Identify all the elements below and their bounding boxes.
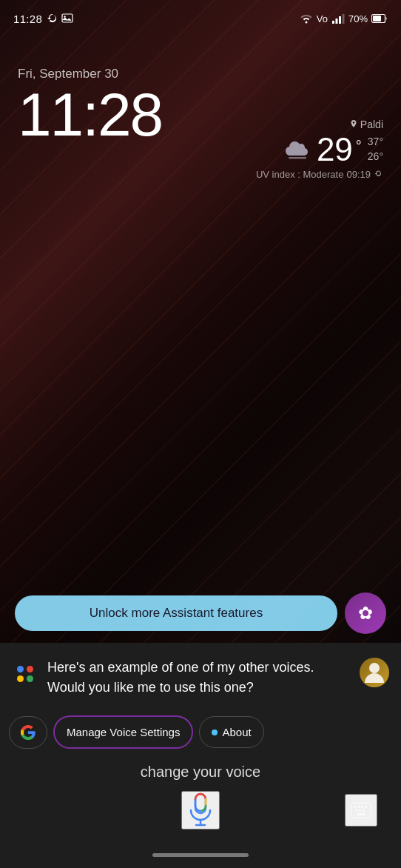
svg-rect-17 [361, 806, 363, 808]
sync-icon [47, 13, 58, 24]
google-g-icon [20, 724, 36, 741]
google-button[interactable] [9, 716, 47, 749]
input-controls [12, 791, 389, 835]
manage-voice-settings-label: Manage Voice Settings [67, 726, 180, 738]
battery-icon [371, 13, 388, 24]
response-text: Here's an example of one of my other voi… [47, 658, 351, 698]
svg-rect-8 [373, 16, 381, 21]
home-indicator [0, 841, 401, 868]
assistant-flower-button[interactable]: ✿ [345, 592, 386, 634]
weather-condition-icon [284, 139, 311, 160]
keyboard-button[interactable] [345, 794, 377, 827]
bottom-sheet: Here's an example of one of my other voi… [0, 643, 401, 868]
weather-extra: UV index : Moderate 09:19 [256, 169, 383, 180]
location-pin-icon [350, 120, 357, 130]
weather-temp-block: 29 ° [317, 133, 362, 166]
image-icon [61, 13, 73, 24]
avatar-person-icon [363, 661, 385, 684]
manage-voice-settings-button[interactable]: Manage Voice Settings [53, 715, 193, 749]
svg-rect-15 [354, 806, 356, 808]
svg-rect-20 [359, 809, 361, 812]
input-area: change your voice [0, 758, 401, 841]
uv-label: UV index : Moderate [256, 169, 344, 180]
weather-unit: ° [356, 138, 362, 155]
svg-point-1 [64, 16, 65, 17]
weather-range: 37° 26° [368, 135, 383, 164]
svg-rect-3 [332, 21, 334, 24]
svg-rect-22 [357, 813, 365, 815]
lock-date: Fri, September 30 [18, 67, 383, 81]
assistant-response: Here's an example of one of my other voi… [0, 643, 401, 710]
weather-low: 26° [368, 150, 383, 164]
svg-rect-16 [357, 806, 360, 808]
about-button[interactable]: About [199, 716, 263, 748]
status-bar: 11:28 Vo 70% [0, 0, 401, 37]
wifi-icon [300, 13, 313, 24]
action-buttons-row: Manage Voice Settings About [0, 710, 401, 758]
battery-percent: 70% [348, 13, 368, 24]
status-icons-left [47, 13, 73, 24]
weather-location-name: Paldi [360, 118, 383, 130]
dot-yellow [17, 675, 24, 682]
mic-button[interactable] [181, 791, 220, 829]
cloud-icon [284, 139, 311, 160]
status-left: 11:28 [13, 13, 73, 25]
signal-icon [331, 13, 345, 24]
status-right: Vo 70% [300, 13, 388, 24]
dot-blue [17, 666, 24, 672]
input-label: change your voice [12, 764, 389, 781]
uv-time: 09:19 [346, 169, 371, 180]
bottom-overlay: Unlock more Assistant features ✿ Here's … [0, 592, 401, 868]
svg-rect-4 [335, 19, 337, 24]
svg-rect-0 [62, 14, 73, 22]
home-bar [152, 853, 249, 857]
dot-red [27, 666, 33, 672]
unlock-banner: Unlock more Assistant features ✿ [0, 592, 401, 643]
svg-rect-6 [342, 14, 344, 24]
weather-temp: 29 [317, 133, 353, 166]
vol-lte-text: Vo [317, 13, 328, 24]
about-dot-icon [212, 730, 218, 735]
about-label: About [222, 726, 251, 738]
weather-main: 29 ° 37° 26° [256, 133, 383, 166]
svg-rect-9 [289, 157, 306, 159]
weather-high: 37° [368, 135, 383, 150]
svg-rect-19 [355, 809, 357, 812]
svg-rect-18 [365, 806, 367, 808]
svg-point-2 [305, 21, 307, 24]
user-avatar [360, 658, 389, 687]
unlock-pill-text: Unlock more Assistant features [37, 606, 315, 621]
assistant-dots-icon [12, 661, 38, 687]
unlock-pill[interactable]: Unlock more Assistant features [15, 595, 337, 631]
dot-green [27, 675, 33, 682]
svg-point-10 [369, 663, 380, 673]
svg-rect-5 [339, 16, 341, 24]
flower-icon: ✿ [358, 603, 373, 624]
svg-rect-21 [363, 809, 365, 812]
status-time: 11:28 [13, 13, 42, 25]
weather-location: Paldi [256, 118, 383, 130]
refresh-icon [374, 170, 383, 179]
keyboard-icon [351, 802, 371, 818]
weather-widget: Paldi 29 ° 37° 26° UV index : Moderate 0… [256, 118, 383, 180]
google-assistant-icon [17, 666, 33, 682]
mic-icon [187, 792, 214, 828]
